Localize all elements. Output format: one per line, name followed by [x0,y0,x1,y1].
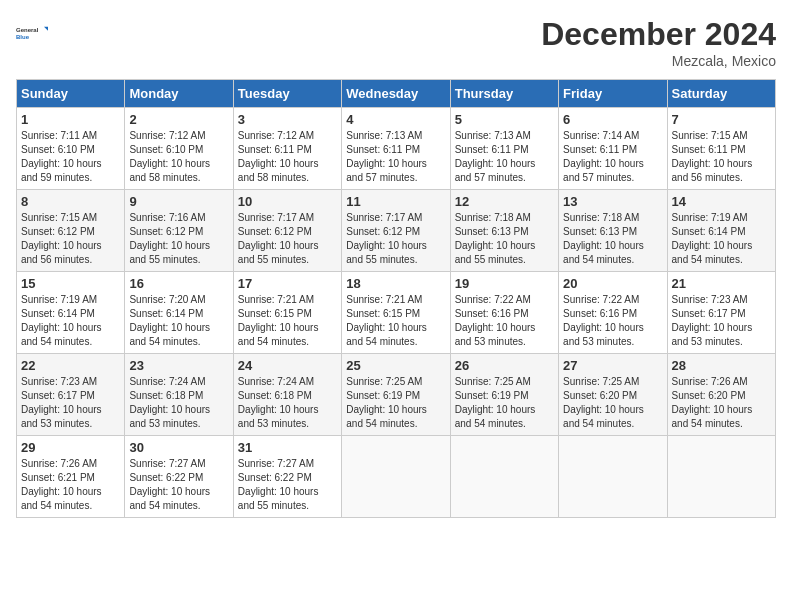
day-number: 25 [346,358,445,373]
day-number: 30 [129,440,228,455]
calendar-cell: 13 Sunrise: 7:18 AM Sunset: 6:13 PM Dayl… [559,190,667,272]
day-info: Sunrise: 7:19 AM Sunset: 6:14 PM Dayligh… [672,211,771,267]
calendar-cell: 26 Sunrise: 7:25 AM Sunset: 6:19 PM Dayl… [450,354,558,436]
day-info: Sunrise: 7:16 AM Sunset: 6:12 PM Dayligh… [129,211,228,267]
calendar-cell: 24 Sunrise: 7:24 AM Sunset: 6:18 PM Dayl… [233,354,341,436]
header-saturday: Saturday [667,80,775,108]
calendar-cell: 7 Sunrise: 7:15 AM Sunset: 6:11 PM Dayli… [667,108,775,190]
svg-text:Blue: Blue [16,34,30,40]
day-number: 21 [672,276,771,291]
calendar-table: SundayMondayTuesdayWednesdayThursdayFrid… [16,79,776,518]
calendar-cell: 30 Sunrise: 7:27 AM Sunset: 6:22 PM Dayl… [125,436,233,518]
day-info: Sunrise: 7:12 AM Sunset: 6:10 PM Dayligh… [129,129,228,185]
day-number: 8 [21,194,120,209]
day-number: 12 [455,194,554,209]
day-number: 5 [455,112,554,127]
day-info: Sunrise: 7:11 AM Sunset: 6:10 PM Dayligh… [21,129,120,185]
calendar-cell [342,436,450,518]
day-number: 4 [346,112,445,127]
calendar-cell: 31 Sunrise: 7:27 AM Sunset: 6:22 PM Dayl… [233,436,341,518]
header-tuesday: Tuesday [233,80,341,108]
day-info: Sunrise: 7:27 AM Sunset: 6:22 PM Dayligh… [238,457,337,513]
day-number: 9 [129,194,228,209]
calendar-cell: 3 Sunrise: 7:12 AM Sunset: 6:11 PM Dayli… [233,108,341,190]
day-number: 17 [238,276,337,291]
logo-icon: General Blue [16,16,48,52]
calendar-cell: 10 Sunrise: 7:17 AM Sunset: 6:12 PM Dayl… [233,190,341,272]
day-info: Sunrise: 7:25 AM Sunset: 6:19 PM Dayligh… [346,375,445,431]
day-number: 15 [21,276,120,291]
day-info: Sunrise: 7:21 AM Sunset: 6:15 PM Dayligh… [346,293,445,349]
day-number: 6 [563,112,662,127]
header-wednesday: Wednesday [342,80,450,108]
day-info: Sunrise: 7:12 AM Sunset: 6:11 PM Dayligh… [238,129,337,185]
calendar-cell: 2 Sunrise: 7:12 AM Sunset: 6:10 PM Dayli… [125,108,233,190]
day-info: Sunrise: 7:13 AM Sunset: 6:11 PM Dayligh… [455,129,554,185]
calendar-cell: 27 Sunrise: 7:25 AM Sunset: 6:20 PM Dayl… [559,354,667,436]
day-number: 23 [129,358,228,373]
calendar-cell: 12 Sunrise: 7:18 AM Sunset: 6:13 PM Dayl… [450,190,558,272]
calendar-cell: 15 Sunrise: 7:19 AM Sunset: 6:14 PM Dayl… [17,272,125,354]
calendar-cell [667,436,775,518]
calendar-row-3: 22 Sunrise: 7:23 AM Sunset: 6:17 PM Dayl… [17,354,776,436]
header-friday: Friday [559,80,667,108]
day-info: Sunrise: 7:18 AM Sunset: 6:13 PM Dayligh… [563,211,662,267]
day-number: 13 [563,194,662,209]
day-info: Sunrise: 7:13 AM Sunset: 6:11 PM Dayligh… [346,129,445,185]
header-monday: Monday [125,80,233,108]
calendar-cell [450,436,558,518]
calendar-row-2: 15 Sunrise: 7:19 AM Sunset: 6:14 PM Dayl… [17,272,776,354]
day-info: Sunrise: 7:14 AM Sunset: 6:11 PM Dayligh… [563,129,662,185]
calendar-row-4: 29 Sunrise: 7:26 AM Sunset: 6:21 PM Dayl… [17,436,776,518]
calendar-cell: 28 Sunrise: 7:26 AM Sunset: 6:20 PM Dayl… [667,354,775,436]
calendar-cell: 9 Sunrise: 7:16 AM Sunset: 6:12 PM Dayli… [125,190,233,272]
svg-text:General: General [16,27,39,33]
calendar-header-row: SundayMondayTuesdayWednesdayThursdayFrid… [17,80,776,108]
day-info: Sunrise: 7:25 AM Sunset: 6:19 PM Dayligh… [455,375,554,431]
calendar-cell: 17 Sunrise: 7:21 AM Sunset: 6:15 PM Dayl… [233,272,341,354]
day-info: Sunrise: 7:23 AM Sunset: 6:17 PM Dayligh… [672,293,771,349]
day-number: 26 [455,358,554,373]
day-info: Sunrise: 7:19 AM Sunset: 6:14 PM Dayligh… [21,293,120,349]
day-number: 28 [672,358,771,373]
day-info: Sunrise: 7:24 AM Sunset: 6:18 PM Dayligh… [238,375,337,431]
day-number: 24 [238,358,337,373]
day-number: 14 [672,194,771,209]
day-info: Sunrise: 7:27 AM Sunset: 6:22 PM Dayligh… [129,457,228,513]
day-number: 22 [21,358,120,373]
title-section: December 2024 Mezcala, Mexico [541,16,776,69]
day-number: 1 [21,112,120,127]
calendar-row-0: 1 Sunrise: 7:11 AM Sunset: 6:10 PM Dayli… [17,108,776,190]
day-number: 2 [129,112,228,127]
day-number: 10 [238,194,337,209]
location: Mezcala, Mexico [541,53,776,69]
day-number: 7 [672,112,771,127]
calendar-cell: 11 Sunrise: 7:17 AM Sunset: 6:12 PM Dayl… [342,190,450,272]
day-info: Sunrise: 7:15 AM Sunset: 6:11 PM Dayligh… [672,129,771,185]
calendar-cell [559,436,667,518]
calendar-cell: 23 Sunrise: 7:24 AM Sunset: 6:18 PM Dayl… [125,354,233,436]
day-info: Sunrise: 7:17 AM Sunset: 6:12 PM Dayligh… [238,211,337,267]
day-number: 31 [238,440,337,455]
day-info: Sunrise: 7:17 AM Sunset: 6:12 PM Dayligh… [346,211,445,267]
logo: General Blue [16,16,48,52]
day-number: 27 [563,358,662,373]
day-number: 11 [346,194,445,209]
calendar-cell: 8 Sunrise: 7:15 AM Sunset: 6:12 PM Dayli… [17,190,125,272]
calendar-cell: 5 Sunrise: 7:13 AM Sunset: 6:11 PM Dayli… [450,108,558,190]
day-info: Sunrise: 7:25 AM Sunset: 6:20 PM Dayligh… [563,375,662,431]
calendar-cell: 25 Sunrise: 7:25 AM Sunset: 6:19 PM Dayl… [342,354,450,436]
calendar-cell: 4 Sunrise: 7:13 AM Sunset: 6:11 PM Dayli… [342,108,450,190]
header-thursday: Thursday [450,80,558,108]
day-number: 3 [238,112,337,127]
calendar-cell: 19 Sunrise: 7:22 AM Sunset: 6:16 PM Dayl… [450,272,558,354]
day-number: 29 [21,440,120,455]
day-info: Sunrise: 7:22 AM Sunset: 6:16 PM Dayligh… [563,293,662,349]
calendar-cell: 14 Sunrise: 7:19 AM Sunset: 6:14 PM Dayl… [667,190,775,272]
day-number: 18 [346,276,445,291]
header-sunday: Sunday [17,80,125,108]
day-info: Sunrise: 7:21 AM Sunset: 6:15 PM Dayligh… [238,293,337,349]
calendar-cell: 22 Sunrise: 7:23 AM Sunset: 6:17 PM Dayl… [17,354,125,436]
day-info: Sunrise: 7:22 AM Sunset: 6:16 PM Dayligh… [455,293,554,349]
calendar-cell: 1 Sunrise: 7:11 AM Sunset: 6:10 PM Dayli… [17,108,125,190]
